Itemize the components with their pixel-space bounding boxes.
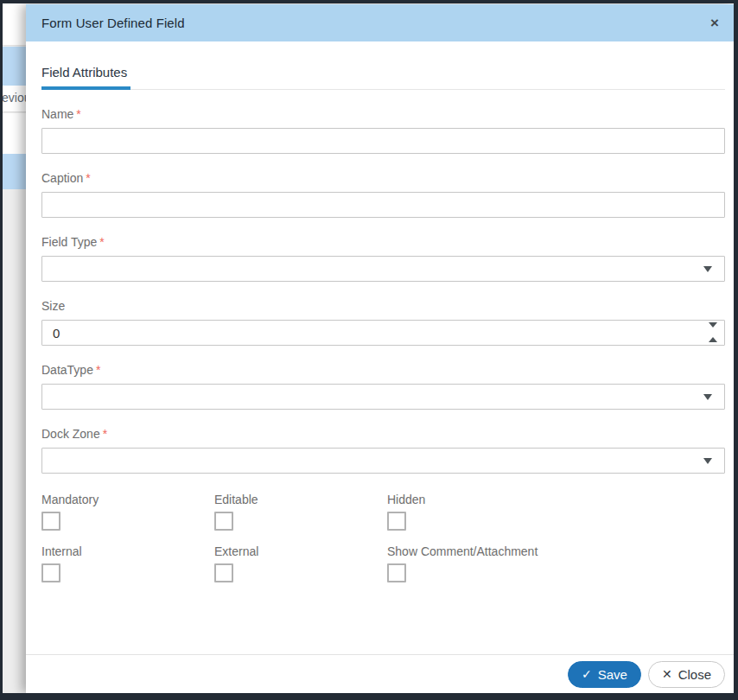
- background-row-highlighted: [3, 47, 29, 86]
- x-icon: ✕: [662, 668, 672, 680]
- chevron-down-icon: [703, 266, 712, 272]
- show-comment-attachment-label: Show Comment/Attachment: [387, 544, 725, 558]
- required-marker: *: [76, 107, 80, 121]
- editable-checkbox-cell: Editable: [214, 493, 387, 531]
- name-label: Name*: [41, 107, 725, 121]
- background-row: [3, 3, 29, 46]
- close-button[interactable]: ✕ Close: [648, 661, 725, 688]
- required-marker: *: [96, 363, 100, 377]
- caption-field-group: Caption*: [41, 171, 725, 218]
- datatype-label: DataType*: [41, 363, 725, 377]
- editable-label: Editable: [214, 493, 387, 506]
- caption-label: Caption*: [41, 171, 725, 185]
- modal-title: Form User Defined Field: [41, 16, 185, 30]
- show-comment-attachment-checkbox[interactable]: [387, 563, 406, 582]
- size-field-group: Size: [41, 299, 725, 346]
- datatype-select[interactable]: [41, 384, 725, 410]
- save-button[interactable]: ✓ Save: [568, 661, 641, 688]
- size-input[interactable]: [41, 320, 725, 346]
- background-row-highlighted: [3, 154, 29, 189]
- external-checkbox[interactable]: [214, 563, 233, 582]
- chevron-down-icon: [703, 394, 712, 400]
- mandatory-label: Mandatory: [41, 493, 214, 506]
- page-background: eviou: [3, 3, 29, 693]
- name-input[interactable]: [41, 128, 725, 154]
- modal-footer: ✓ Save ✕ Close: [26, 654, 734, 693]
- internal-checkbox[interactable]: [41, 563, 60, 582]
- close-button-label: Close: [678, 667, 711, 682]
- save-button-label: Save: [598, 667, 627, 682]
- background-text-fragment: eviou: [3, 91, 29, 105]
- caption-label-text: Caption: [41, 171, 83, 185]
- checkbox-grid: Mandatory Editable Hidden Internal Exter…: [41, 493, 725, 582]
- modal-body: Field Attributes Name* Caption* Field Ty…: [26, 41, 734, 654]
- tab-field-attributes[interactable]: Field Attributes: [41, 65, 130, 90]
- field-type-label: Field Type*: [41, 235, 725, 249]
- tab-bar: Field Attributes: [41, 65, 725, 90]
- close-icon[interactable]: ×: [707, 14, 722, 32]
- background-row: eviou: [3, 86, 29, 112]
- check-icon: ✓: [582, 668, 592, 680]
- size-label-text: Size: [41, 299, 65, 313]
- chevron-down-icon: [703, 458, 712, 464]
- field-type-group: Field Type*: [41, 235, 725, 282]
- required-marker: *: [99, 235, 104, 249]
- mandatory-checkbox-cell: Mandatory: [41, 493, 214, 531]
- field-type-label-text: Field Type: [41, 235, 97, 249]
- dock-zone-label-text: Dock Zone: [41, 427, 100, 441]
- dock-zone-select[interactable]: [41, 448, 725, 474]
- dock-zone-label: Dock Zone*: [41, 427, 725, 441]
- hidden-checkbox[interactable]: [387, 512, 406, 531]
- internal-label: Internal: [41, 544, 214, 558]
- datatype-group: DataType*: [41, 363, 725, 410]
- form-user-defined-field-modal: Form User Defined Field × Field Attribut…: [26, 4, 734, 693]
- hidden-label: Hidden: [387, 493, 725, 506]
- external-checkbox-cell: External: [214, 544, 387, 582]
- show-comment-attachment-checkbox-cell: Show Comment/Attachment: [387, 544, 725, 582]
- mandatory-checkbox[interactable]: [41, 512, 60, 531]
- external-label: External: [214, 544, 387, 558]
- screen: eviou Form User Defined Field × Field At…: [0, 0, 738, 700]
- quantity-stepper: [709, 320, 717, 346]
- name-field-group: Name*: [41, 107, 725, 154]
- hidden-checkbox-cell: Hidden: [387, 493, 725, 531]
- caption-input[interactable]: [41, 192, 725, 218]
- name-label-text: Name: [41, 107, 73, 121]
- size-label: Size: [41, 299, 725, 313]
- size-number-wrap: [41, 320, 725, 346]
- field-type-select[interactable]: [41, 256, 725, 282]
- background-row: [3, 113, 29, 154]
- internal-checkbox-cell: Internal: [41, 544, 214, 582]
- required-marker: *: [86, 171, 90, 185]
- modal-header: Form User Defined Field ×: [26, 4, 734, 41]
- dock-zone-group: Dock Zone*: [41, 427, 725, 474]
- editable-checkbox[interactable]: [214, 512, 233, 531]
- required-marker: *: [103, 427, 107, 441]
- datatype-label-text: DataType: [41, 363, 93, 377]
